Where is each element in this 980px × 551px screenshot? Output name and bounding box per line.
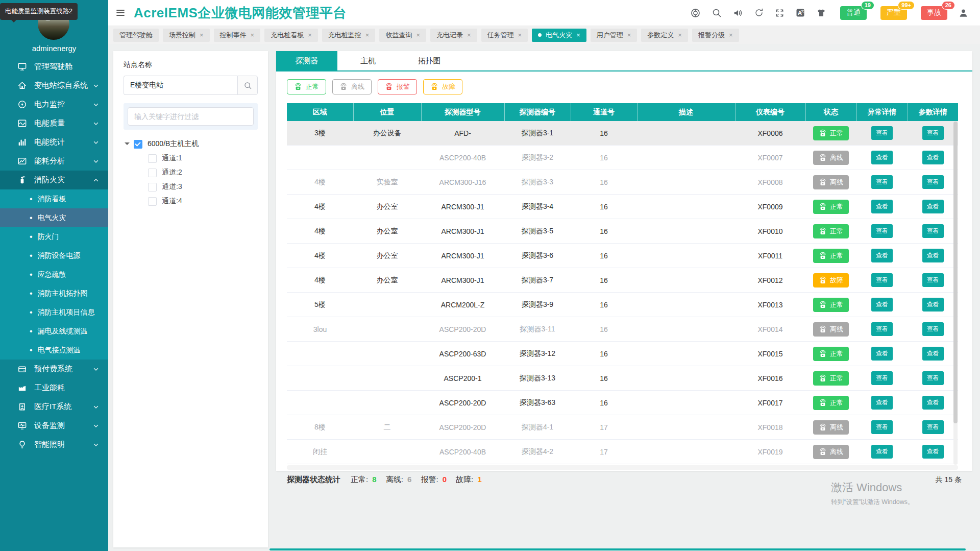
- view-param-button[interactable]: 查看: [922, 298, 944, 312]
- tree-child-2[interactable]: 通道:3: [148, 180, 258, 194]
- submenu-item-5[interactable]: •消防主机拓扑图: [0, 284, 108, 303]
- view-abnormal-button[interactable]: 查看: [871, 322, 893, 336]
- view-abnormal-button[interactable]: 查看: [871, 200, 893, 213]
- tree-child-1[interactable]: 通道:2: [148, 165, 258, 180]
- tree-child-0[interactable]: 通道:1: [148, 151, 258, 165]
- tree-child-checkbox[interactable]: [148, 169, 157, 177]
- submenu-item-3[interactable]: •消防设备电源: [0, 246, 108, 265]
- tree-child-checkbox[interactable]: [148, 197, 157, 206]
- alarm-badge-2[interactable]: 事故26: [921, 6, 947, 20]
- view-param-button[interactable]: 查看: [922, 445, 944, 459]
- filter-normal-button[interactable]: 正常: [287, 79, 326, 94]
- close-tab-icon[interactable]: ×: [576, 32, 580, 38]
- submenu-item-6[interactable]: •消防主机项目信息: [0, 303, 108, 322]
- window-tab-10[interactable]: 参数定义×: [641, 29, 688, 42]
- sidebar-item-bar-chart[interactable]: 电能统计: [0, 133, 108, 152]
- sidebar-item-power-bolt[interactable]: 电力监控: [0, 95, 108, 114]
- view-param-button[interactable]: 查看: [922, 396, 944, 410]
- tree-filter-input[interactable]: [128, 107, 254, 126]
- close-tab-icon[interactable]: ×: [416, 32, 420, 38]
- content-tab-0[interactable]: 探测器: [276, 51, 337, 70]
- window-tab-2[interactable]: 控制事件×: [214, 29, 261, 42]
- window-tab-3[interactable]: 充电桩看板×: [264, 29, 318, 42]
- translate-icon[interactable]: A文: [795, 8, 805, 18]
- view-abnormal-button[interactable]: 查看: [871, 445, 893, 459]
- scroll-thumb[interactable]: [953, 122, 958, 423]
- submenu-item-8[interactable]: •电气接点测温: [0, 341, 108, 360]
- bottom-scrollbar[interactable]: [270, 548, 966, 550]
- window-tab-4[interactable]: 充电桩监控×: [322, 29, 376, 42]
- filter-alarm-button[interactable]: 报警: [378, 79, 417, 94]
- window-tab-5[interactable]: 收益查询×: [379, 29, 426, 42]
- close-tab-icon[interactable]: ×: [518, 32, 522, 38]
- sidebar-item-fire-extinguisher[interactable]: 消防火灾: [0, 171, 108, 189]
- view-param-button[interactable]: 查看: [922, 224, 944, 238]
- help-ring-icon[interactable]: [690, 8, 701, 18]
- submenu-item-7[interactable]: •漏电及线缆测温: [0, 322, 108, 341]
- view-param-button[interactable]: 查看: [922, 249, 944, 262]
- submenu-item-1[interactable]: •电气火灾: [0, 208, 108, 227]
- close-tab-icon[interactable]: ×: [627, 32, 631, 38]
- tree-root-checkbox[interactable]: [134, 140, 142, 149]
- close-tab-icon[interactable]: ×: [467, 32, 471, 38]
- window-tab-0[interactable]: 管理驾驶舱: [113, 29, 159, 42]
- close-tab-icon[interactable]: ×: [729, 32, 733, 38]
- view-param-button[interactable]: 查看: [922, 371, 944, 385]
- tree-child-checkbox[interactable]: [148, 154, 157, 163]
- view-param-button[interactable]: 查看: [922, 273, 944, 287]
- view-abnormal-button[interactable]: 查看: [871, 347, 893, 361]
- content-tab-1[interactable]: 主机: [337, 51, 399, 70]
- view-abnormal-button[interactable]: 查看: [871, 298, 893, 312]
- close-tab-icon[interactable]: ×: [308, 32, 312, 38]
- table-hscrollbar[interactable]: [287, 465, 958, 470]
- table-vscrollbar[interactable]: [953, 122, 958, 465]
- theme-shirt-icon[interactable]: [816, 8, 826, 18]
- site-search-input[interactable]: [124, 76, 237, 95]
- sidebar-item-factory[interactable]: 工业能耗: [0, 378, 108, 397]
- fullscreen-icon[interactable]: [775, 8, 785, 18]
- view-param-button[interactable]: 查看: [922, 347, 944, 361]
- caret-down-icon[interactable]: [125, 142, 130, 148]
- sidebar-item-hospital[interactable]: 医疗IT系统: [0, 397, 108, 416]
- view-abnormal-button[interactable]: 查看: [871, 224, 893, 238]
- menu-toggle-icon[interactable]: [115, 8, 126, 18]
- close-tab-icon[interactable]: ×: [251, 32, 255, 38]
- view-param-button[interactable]: 查看: [922, 126, 944, 140]
- alarm-badge-1[interactable]: 严重99+: [880, 6, 907, 20]
- sidebar-item-device-monitor[interactable]: 设备监测: [0, 416, 108, 435]
- sidebar-item-substation-home[interactable]: 变电站综自系统: [0, 76, 108, 95]
- submenu-item-2[interactable]: •防火门: [0, 227, 108, 246]
- view-abnormal-button[interactable]: 查看: [871, 420, 893, 434]
- close-tab-icon[interactable]: ×: [365, 32, 370, 38]
- sidebar-item-line-chart[interactable]: 能耗分析: [0, 152, 108, 171]
- window-tab-9[interactable]: 用户管理×: [591, 29, 638, 42]
- view-param-button[interactable]: 查看: [922, 420, 944, 434]
- tree-child-checkbox[interactable]: [148, 183, 157, 191]
- alarm-badge-0[interactable]: 普通19: [840, 6, 867, 20]
- view-abnormal-button[interactable]: 查看: [871, 175, 893, 189]
- refresh-icon[interactable]: [754, 8, 764, 18]
- view-param-button[interactable]: 查看: [922, 151, 944, 164]
- submenu-item-4[interactable]: •应急疏散: [0, 265, 108, 284]
- view-abnormal-button[interactable]: 查看: [871, 396, 893, 410]
- window-tab-8[interactable]: 电气火灾×: [532, 29, 586, 42]
- sidebar-item-dashboard[interactable]: 管理驾驶舱: [0, 57, 108, 76]
- sidebar-item-wave-chart[interactable]: 电能质量: [0, 114, 108, 133]
- window-tab-7[interactable]: 任务管理×: [481, 29, 528, 42]
- submenu-item-0[interactable]: •消防看板: [0, 189, 108, 208]
- user-icon[interactable]: [958, 8, 969, 18]
- content-tab-2[interactable]: 拓扑图: [399, 51, 460, 70]
- close-tab-icon[interactable]: ×: [678, 32, 682, 38]
- close-tab-icon[interactable]: ×: [200, 32, 204, 38]
- window-tab-1[interactable]: 场景控制×: [163, 29, 210, 42]
- view-abnormal-button[interactable]: 查看: [871, 151, 893, 164]
- sidebar-item-wallet[interactable]: 预付费系统: [0, 360, 108, 378]
- window-tab-11[interactable]: 报警分级×: [692, 29, 739, 42]
- view-param-button[interactable]: 查看: [922, 200, 944, 213]
- view-abnormal-button[interactable]: 查看: [871, 249, 893, 262]
- view-abnormal-button[interactable]: 查看: [871, 273, 893, 287]
- window-tab-6[interactable]: 充电记录×: [430, 29, 477, 42]
- view-abnormal-button[interactable]: 查看: [871, 371, 893, 385]
- search-icon[interactable]: [712, 8, 722, 18]
- filter-fault-button[interactable]: 故障: [423, 79, 462, 94]
